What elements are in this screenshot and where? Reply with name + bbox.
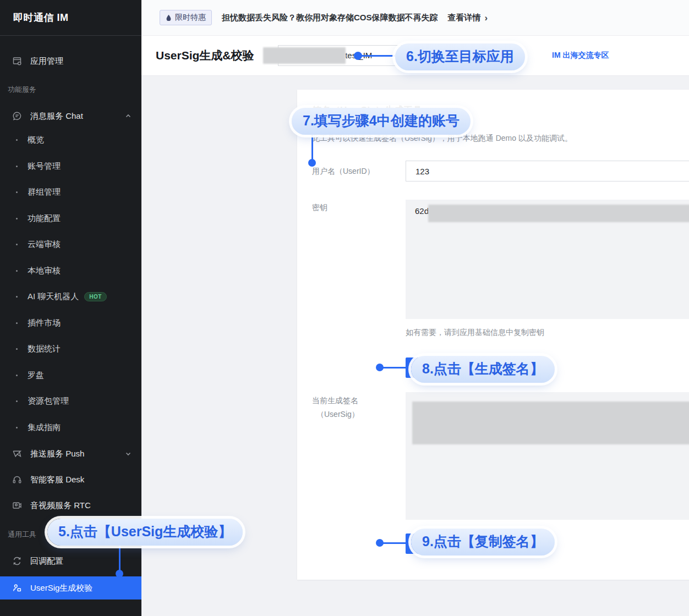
sidebar-item-rtc[interactable]: 音视频服务 RTC: [0, 494, 141, 516]
sidebar-subitem-label: 本地审核: [28, 266, 61, 276]
sidebar-subitem-compass[interactable]: 罗盘: [0, 362, 141, 389]
callout9-connector-line: [382, 542, 411, 544]
bullet-dot: [16, 400, 18, 402]
sidebar-subitem-label: 云端审核: [28, 239, 61, 250]
callout-step8: 8.点击【生成签名】: [411, 356, 555, 383]
page-title: UserSig生成&校验: [156, 48, 254, 63]
panel-description: 此工具可以快速生成签名（UserSig），用于本地跑通 Demo 以及功能调试。: [312, 134, 572, 144]
copy-key-hint: 如有需要，请到应用基础信息中复制密钥: [406, 328, 544, 338]
sidebar-item-push[interactable]: 推送服务 Push: [0, 443, 141, 465]
promo-badge[interactable]: 限时特惠: [160, 10, 212, 25]
sidebar-subitem-label: 群组管理: [28, 187, 61, 197]
sidebar-subitem-ai-chatbot[interactable]: AI 聊天机器人HOT: [0, 284, 141, 310]
usersig-tool-panel: 签名（UserSig）生成工具 登录鉴权介绍 此工具可以快速生成签名（UserS…: [297, 90, 689, 580]
sidebar-item-chat-group[interactable]: 消息服务 Chat: [0, 105, 141, 127]
promo-details-link[interactable]: 查看详情 ›: [448, 13, 488, 23]
redaction-blur: [412, 402, 689, 444]
chat-bubble-icon: [12, 111, 22, 121]
bullet-dot: [16, 191, 18, 193]
sidebar-item-label: UserSig生成校验: [30, 583, 92, 593]
promo-badge-label: 限时特惠: [175, 13, 206, 23]
sidebar-subitem-resource-pack[interactable]: 资源包管理: [0, 388, 141, 415]
bullet-dot: [16, 270, 18, 272]
current-sig-label-line1: 当前生成签名: [312, 396, 358, 406]
sidebar-subitem-group[interactable]: 群组管理: [0, 179, 141, 206]
chevron-up-icon[interactable]: [125, 113, 132, 119]
callout6-connector-line: [359, 55, 395, 57]
bullet-dot: [16, 244, 18, 245]
sidebar-item-label: 消息服务 Chat: [30, 111, 83, 122]
sidebar-subitem-label: 集成指南: [28, 422, 61, 433]
bullet-dot: [16, 218, 18, 219]
user-card-icon: [12, 583, 22, 593]
sidebar-item-usersig[interactable]: UserSig生成校验: [0, 576, 141, 600]
secret-key-visible-text: 62d: [415, 206, 429, 216]
current-sig-label-line2: （UserSig）: [316, 410, 359, 420]
bullet-dot: [16, 296, 18, 298]
bullet-dot: [16, 322, 18, 324]
sidebar-subitem-label: AI 聊天机器人: [28, 292, 79, 302]
callout-step7: 7.填写步骤4中创建的账号: [292, 108, 471, 135]
sidebar-subitem-overview[interactable]: 概览: [0, 127, 141, 153]
sidebar-subitem-label: 功能配置: [28, 213, 61, 224]
redaction-blur: [428, 205, 689, 222]
callback-sync-icon: [12, 556, 22, 566]
sidebar-subitem-feature-config[interactable]: 功能配置: [0, 206, 141, 232]
sidebar-item-label: 回调配置: [30, 556, 63, 566]
sidebar-item-label: 音视频服务 RTC: [30, 501, 91, 511]
bullet-dot: [16, 348, 18, 350]
callout9-connector-dot: [376, 539, 384, 547]
userid-label: 用户名（UserID）: [312, 167, 375, 177]
promo-text: 担忧数据丢失风险？教你用对象存储COS保障数据不再失踪: [222, 13, 438, 23]
promo-details-label: 查看详情: [448, 13, 481, 23]
sidebar-subitem-label: 插件市场: [28, 318, 61, 328]
sidebar-subitem-integration-guide[interactable]: 集成指南: [0, 415, 141, 441]
callout8-connector-dot: [376, 364, 384, 371]
sidebar-subitem-label: 概览: [28, 135, 44, 145]
callout-step5: 5.点击【UserSig生成校验】: [47, 519, 243, 546]
sidebar-item-desk[interactable]: 智能客服 Desk: [0, 469, 141, 491]
paper-plane-icon: [12, 449, 22, 459]
callout5-connector-line: [119, 545, 121, 571]
callout6-connector-dot: [354, 52, 362, 60]
sidebar-subitem-cloud-moderation[interactable]: 云端审核: [0, 232, 141, 258]
sidebar-subitem-plugin-market[interactable]: 插件市场: [0, 310, 141, 337]
promo-banner: 限时特惠 担忧数据丢失风险？教你用对象存储COS保障数据不再失踪 查看详情 ›: [141, 0, 689, 36]
sidebar-item-app-management[interactable]: 应用管理: [0, 50, 141, 72]
callout5-connector-dot: [116, 570, 123, 578]
sidebar-subitem-label: 罗盘: [28, 370, 44, 381]
app-grid-icon: [12, 56, 22, 66]
bullet-dot: [16, 427, 18, 428]
headset-icon: [12, 475, 22, 485]
userid-input[interactable]: [406, 161, 689, 182]
video-camera-icon: [12, 501, 22, 510]
sidebar-item-label: 应用管理: [30, 56, 63, 67]
bullet-dot: [16, 166, 18, 167]
sidebar-item-label: 推送服务 Push: [30, 449, 84, 459]
secret-key-label: 密钥: [312, 203, 327, 213]
im-community-link[interactable]: IM 出海交流专区: [552, 51, 609, 61]
bullet-dot: [16, 139, 18, 141]
callout-step9: 9.点击【复制签名】: [411, 529, 555, 556]
sidebar-section-features: 功能服务: [0, 83, 141, 96]
hot-badge: HOT: [84, 292, 107, 301]
callout7-connector-dot: [308, 159, 316, 167]
bullet-dot: [16, 375, 18, 376]
callout8-connector-line: [382, 367, 411, 369]
sidebar-subitem-label: 账号管理: [28, 161, 61, 172]
callout-step6: 6.切换至目标应用: [395, 43, 525, 70]
generated-usersig-textarea[interactable]: [406, 392, 689, 520]
secret-key-textarea[interactable]: 62d: [406, 200, 689, 319]
product-title: 即时通信 IM: [0, 0, 141, 36]
sidebar-subitem-label: 资源包管理: [28, 396, 69, 406]
sidebar-subitem-local-moderation[interactable]: 本地审核: [0, 258, 141, 284]
sidebar-subitem-account[interactable]: 账号管理: [0, 153, 141, 180]
callout7-connector-line: [311, 133, 313, 161]
sidebar-item-label: 智能客服 Desk: [30, 475, 84, 485]
chevron-right-icon: ›: [485, 13, 488, 23]
sidebar-subitem-label: 数据统计: [28, 344, 61, 354]
chevron-down-icon[interactable]: [125, 450, 132, 457]
redaction-blur: [263, 47, 346, 64]
sidebar-subitem-statistics[interactable]: 数据统计: [0, 336, 141, 362]
water-drop-icon: [166, 14, 172, 21]
